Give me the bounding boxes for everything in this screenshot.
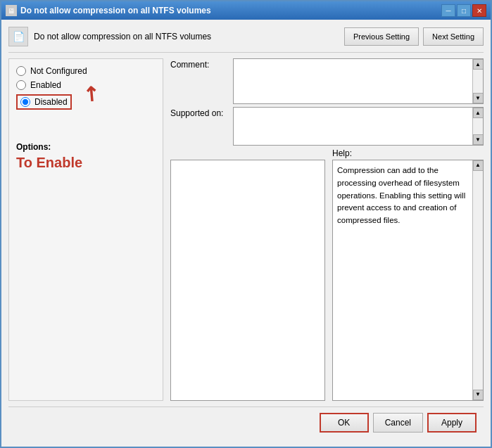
supported-on-row: Supported on: ▲ ▼ <box>170 107 484 146</box>
comment-label: Comment: <box>170 58 230 70</box>
help-content-box: Compression can add to the processing ov… <box>332 160 484 401</box>
bottom-bar: OK Cancel Apply <box>8 407 484 440</box>
maximize-button[interactable]: □ <box>457 4 471 17</box>
header-left: 📄 Do not allow compression on all NTFS v… <box>8 27 211 46</box>
supported-on-textarea: ▲ ▼ <box>233 107 484 146</box>
header-title: Do not allow compression on all NTFS vol… <box>34 32 211 41</box>
enabled-label: Enabled <box>30 80 61 90</box>
minimize-button[interactable]: ─ <box>441 4 455 17</box>
comment-row: Comment: ▲ ▼ <box>170 58 484 104</box>
supported-scroll-up[interactable]: ▲ <box>473 108 484 118</box>
help-scroll-down[interactable]: ▼ <box>473 390 484 400</box>
disabled-label: Disabled <box>34 97 68 107</box>
cancel-button[interactable]: Cancel <box>373 413 423 433</box>
help-scrollbar[interactable]: ▲ ▼ <box>472 160 483 400</box>
window-title: Do not allow compression on all NTFS vol… <box>20 6 211 15</box>
help-area-label: Help: <box>332 148 484 158</box>
help-text: Compression can add to the processing ov… <box>337 166 465 224</box>
left-panel: Not Configured Enabled Disabled <box>8 58 163 401</box>
help-scroll-up[interactable]: ▲ <box>473 160 484 171</box>
window-icon: 🖥 <box>6 5 17 16</box>
header-section: 📄 Do not allow compression on all NTFS v… <box>8 27 484 53</box>
to-enable-annotation: To Enable <box>16 155 156 171</box>
options-content-box <box>170 160 325 401</box>
enabled-radio[interactable] <box>16 80 26 90</box>
apply-button[interactable]: Apply <box>427 413 477 433</box>
window-content: 📄 Do not allow compression on all NTFS v… <box>1 20 491 447</box>
ok-button[interactable]: OK <box>320 413 369 433</box>
not-configured-option[interactable]: Not Configured <box>16 66 156 76</box>
options-area-label <box>170 148 325 158</box>
labels-strip: Help: <box>170 148 484 158</box>
options-section: Options: To Enable <box>16 142 156 171</box>
not-configured-label: Not Configured <box>30 66 87 76</box>
scroll-down-arrow[interactable]: ▼ <box>473 93 484 103</box>
disabled-highlight-box: Disabled <box>16 94 72 110</box>
main-dialog: 🖥 Do not allow compression on all NTFS v… <box>0 0 492 448</box>
supported-on-label: Supported on: <box>170 107 230 118</box>
lower-section: Help: Compression can add to the process… <box>170 148 484 401</box>
right-panel: Comment: ▲ ▼ Supported on: ▲ <box>170 58 484 401</box>
title-bar: 🖥 Do not allow compression on all NTFS v… <box>1 1 491 20</box>
close-button[interactable]: ✕ <box>472 4 486 17</box>
comment-scrollbar[interactable]: ▲ ▼ <box>472 59 483 103</box>
options-label: Options: <box>16 142 51 152</box>
next-setting-button[interactable]: Next Setting <box>423 27 484 46</box>
scroll-up-arrow[interactable]: ▲ <box>473 59 484 70</box>
header-buttons: Previous Setting Next Setting <box>344 27 484 46</box>
title-bar-controls: ─ □ ✕ <box>441 4 486 17</box>
disabled-radio[interactable] <box>20 97 30 107</box>
title-bar-left: 🖥 Do not allow compression on all NTFS v… <box>6 5 211 16</box>
not-configured-radio[interactable] <box>16 66 26 76</box>
policy-icon: 📄 <box>8 27 28 46</box>
boxes-strip: Compression can add to the processing ov… <box>170 160 484 401</box>
comment-textarea[interactable]: ▲ ▼ <box>233 58 484 104</box>
supported-scrollbar[interactable]: ▲ ▼ <box>472 108 483 145</box>
supported-scroll-down[interactable]: ▼ <box>473 134 484 145</box>
inner-content: Not Configured Enabled Disabled <box>8 58 484 401</box>
previous-setting-button[interactable]: Previous Setting <box>344 27 419 46</box>
